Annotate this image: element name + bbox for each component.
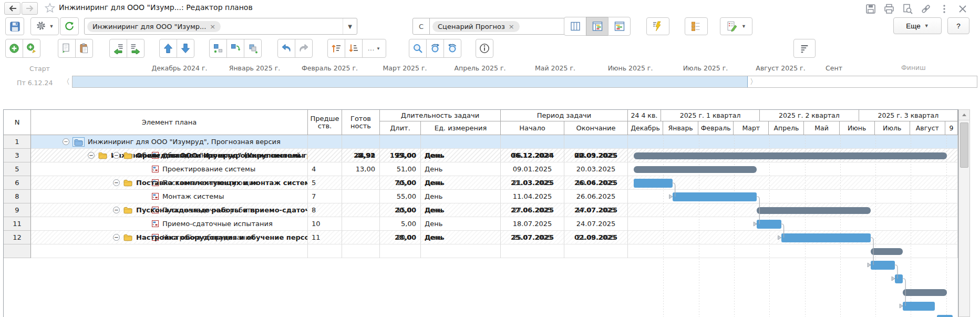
gantt-task-bar-11[interactable] xyxy=(895,274,903,283)
gantt-summary-bar-2[interactable] xyxy=(634,152,947,159)
scenario-tag-clear-icon[interactable]: × xyxy=(509,23,514,30)
row-name-cell: −Поставка комплектующих и монтаж системы xyxy=(31,176,308,190)
plan-tag-clear-icon[interactable]: × xyxy=(210,23,215,30)
plan-row-6[interactable]: 6−Поставка комплектующих и монтаж систем… xyxy=(4,176,958,190)
copy-button[interactable] xyxy=(58,39,76,58)
favorite-star-icon[interactable] xyxy=(44,2,56,15)
gantt-task-bar-10[interactable] xyxy=(871,261,895,270)
find-button[interactable] xyxy=(409,39,427,58)
row-predecessor: 4 xyxy=(308,162,342,176)
collapse-icon[interactable]: − xyxy=(113,207,120,213)
more-button[interactable]: Еще ▼ xyxy=(893,17,942,34)
plan-row-11[interactable]: 11Приемо-сдаточные испытания105,00День18… xyxy=(4,217,958,231)
save-icon[interactable] xyxy=(865,3,876,15)
timeline-visible-range[interactable] xyxy=(73,76,748,87)
gantt-task-bar-partial[interactable] xyxy=(937,315,953,317)
col-group-duration[interactable]: Длительность задачи xyxy=(380,110,501,121)
gantt-summary-bar-9[interactable] xyxy=(871,248,903,255)
timeline-ruler: Декабрь 2024 г.Январь 2025 г.Февраль 202… xyxy=(142,64,850,72)
close-icon[interactable] xyxy=(957,3,968,15)
move-down-button[interactable] xyxy=(177,39,194,58)
titlebar: Инжиниринг для ООО "Изумр...: Редактор п… xyxy=(0,0,980,16)
scenario-tag[interactable]: Сценарий Прогноз × xyxy=(432,21,520,32)
more-actions-button[interactable]: ...▼ xyxy=(362,39,386,58)
menu-icon[interactable] xyxy=(938,3,950,15)
timeline-scroll-right-icon[interactable]: 〉 xyxy=(750,77,757,87)
folder-icon xyxy=(123,234,132,241)
task-icon xyxy=(152,166,159,172)
timeline-scroll-left-icon[interactable]: 〈 xyxy=(63,77,70,87)
gantt-task-bar-4[interactable] xyxy=(634,179,673,188)
col-header-duration[interactable]: Длит. xyxy=(380,121,421,135)
help-button[interactable]: ? xyxy=(947,17,969,34)
view-table-button[interactable] xyxy=(564,17,586,36)
recalculate-button[interactable] xyxy=(646,17,669,35)
gantt-task-bar-7[interactable] xyxy=(757,220,781,229)
collapse-icon[interactable]: − xyxy=(113,152,120,159)
copy-structure-button[interactable] xyxy=(244,39,262,58)
col-header-name[interactable]: Элемент плана xyxy=(31,110,308,135)
print-icon[interactable] xyxy=(883,3,895,15)
view-combined-button[interactable] xyxy=(586,17,608,36)
gantt-task-bar-13[interactable] xyxy=(903,302,935,311)
get-link-icon[interactable] xyxy=(920,3,932,15)
plan-tag[interactable]: Инжиниринг для ООО "Изумр... × xyxy=(87,21,221,32)
plan-row-partial[interactable] xyxy=(4,244,958,258)
gantt-task-bar-5[interactable] xyxy=(673,192,757,201)
plan-row-1[interactable]: 1−Инжиниринг для ООО "Изумруд", Прогнозн… xyxy=(4,135,958,149)
plan-select-field[interactable]: Инжиниринг для ООО "Изумр... × ▼ xyxy=(84,18,357,35)
col-header-unit[interactable]: Ед. измерения xyxy=(421,121,501,135)
nav-forward-button[interactable] xyxy=(22,2,38,15)
paste-button[interactable] xyxy=(75,39,93,58)
scenario-select-field[interactable]: С Сценарий Прогноз × ▼ xyxy=(412,18,581,35)
col-header-predecessor[interactable]: Предше ств. xyxy=(308,110,342,135)
scrollbar-up-icon[interactable] xyxy=(959,110,969,120)
move-up-button[interactable] xyxy=(159,39,177,58)
save-button[interactable] xyxy=(5,17,24,35)
settings-button[interactable]: ▼ xyxy=(30,17,59,35)
scrollbar-thumb[interactable] xyxy=(960,122,968,168)
refresh-button[interactable] xyxy=(60,17,79,35)
undo-button[interactable] xyxy=(277,39,295,58)
plan-row-5[interactable]: 5Проектирование системы413,0051,00День09… xyxy=(4,162,958,176)
plan-dropdown-arrow-icon[interactable]: ▼ xyxy=(343,18,357,34)
collapse-icon[interactable]: − xyxy=(113,179,120,186)
col-header-end[interactable]: Окончание xyxy=(564,121,628,135)
col-header-num[interactable]: N xyxy=(4,110,31,135)
indent-button[interactable] xyxy=(127,39,145,58)
link-predecessor-button[interactable] xyxy=(209,39,227,58)
gantt-summary-bar-6[interactable] xyxy=(757,207,871,214)
nav-back-button[interactable] xyxy=(4,2,20,15)
sort-asc-button[interactable] xyxy=(327,39,345,58)
view-gantt-button[interactable] xyxy=(608,17,631,36)
row-gantt-cell xyxy=(628,217,958,231)
redo-button[interactable] xyxy=(295,39,313,58)
plan-row-8[interactable]: 8Монтаж системы755,00День11.04.202526.06… xyxy=(4,190,958,203)
collapse-icon[interactable]: − xyxy=(63,138,69,145)
print-preview-icon[interactable] xyxy=(902,3,913,15)
gantt-summary-bar-3[interactable] xyxy=(634,166,757,173)
gantt-task-bar-8[interactable] xyxy=(781,233,871,242)
timeline-slider-track[interactable] xyxy=(72,76,977,88)
col-header-readiness[interactable]: Готов ность xyxy=(342,110,380,135)
row-unit: День xyxy=(421,176,501,190)
zoom-period-in-button[interactable] xyxy=(426,39,444,58)
row-name-cell: Приемо-сдаточные испытания xyxy=(31,217,308,231)
vertical-scrollbar[interactable] xyxy=(958,109,970,317)
col-header-start[interactable]: Начало xyxy=(501,121,564,135)
collapse-icon[interactable]: − xyxy=(113,234,120,241)
outdent-button[interactable] xyxy=(109,39,127,58)
row-cell xyxy=(380,244,421,258)
edit-plan-button[interactable]: ▼ xyxy=(720,17,752,35)
link-successor-button[interactable] xyxy=(226,39,244,58)
add-subordinate-button[interactable] xyxy=(23,39,40,58)
col-group-period[interactable]: Период задачи xyxy=(501,110,628,121)
structure-button[interactable] xyxy=(685,17,708,35)
add-button[interactable] xyxy=(5,39,23,58)
sort-desc-button[interactable] xyxy=(345,39,363,58)
form-settings-button[interactable] xyxy=(793,39,816,58)
zoom-period-out-button[interactable] xyxy=(443,39,461,58)
info-button[interactable] xyxy=(476,39,493,58)
row-name-label: Обследование и проектирование системы xyxy=(136,151,304,159)
gantt-summary-bar-12[interactable] xyxy=(903,289,947,296)
